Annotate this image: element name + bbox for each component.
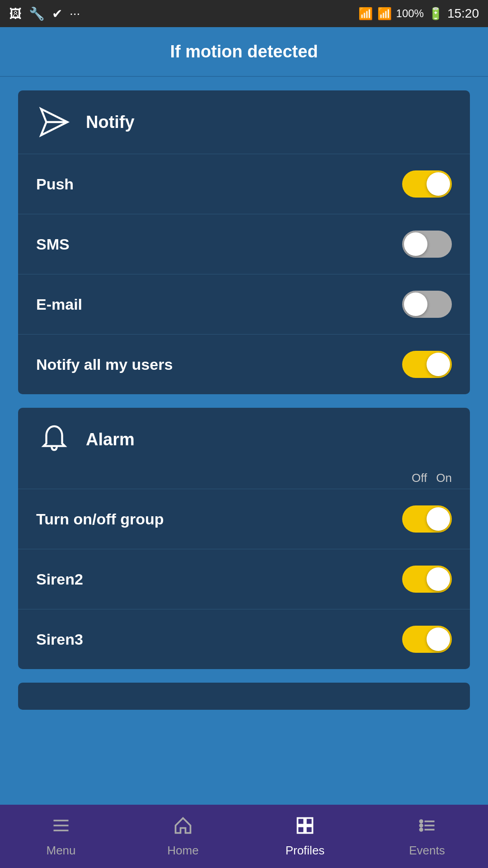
status-time: 15:20 xyxy=(447,6,479,21)
push-toggle-thumb xyxy=(427,172,450,196)
on-label: On xyxy=(436,471,452,485)
nav-menu-label: Menu xyxy=(46,844,75,858)
siren3-label: Siren3 xyxy=(36,631,83,648)
notify-all-users-toggle-thumb xyxy=(427,353,450,376)
email-label: E-mail xyxy=(36,296,82,313)
email-row: E-mail xyxy=(18,274,470,334)
siren2-label: Siren2 xyxy=(36,571,83,588)
alarm-card-header: Alarm xyxy=(18,408,470,471)
notify-all-users-row: Notify all my users xyxy=(18,334,470,394)
tools-icon: 🔧 xyxy=(29,6,45,21)
page-title: If motion detected xyxy=(170,42,318,61)
siren2-row: Siren2 xyxy=(18,549,470,609)
siren3-toggle-thumb xyxy=(427,627,450,651)
partial-card xyxy=(18,683,470,710)
nav-events-label: Events xyxy=(409,844,445,858)
turn-on-off-group-label: Turn on/off group xyxy=(36,510,164,528)
notify-title: Notify xyxy=(86,113,135,132)
sms-toggle[interactable] xyxy=(402,231,452,258)
status-bar: 🖼 🔧 ✔ ··· 📶 📶 100% 🔋 15:20 xyxy=(0,0,488,27)
battery-icon: 🔋 xyxy=(428,7,443,21)
more-icon: ··· xyxy=(70,6,80,21)
status-bar-right: 📶 📶 100% 🔋 15:20 xyxy=(358,6,479,21)
turn-on-off-group-toggle-thumb xyxy=(427,507,450,531)
email-toggle-thumb xyxy=(404,292,427,316)
svg-point-13 xyxy=(420,828,422,831)
turn-on-off-group-row: Turn on/off group xyxy=(18,489,470,549)
alarm-card: Alarm Off On Turn on/off group Siren2 Si… xyxy=(18,408,470,669)
wifi-icon: 📶 xyxy=(358,7,373,21)
siren3-toggle[interactable] xyxy=(402,626,452,653)
notify-all-users-label: Notify all my users xyxy=(36,356,173,373)
nav-item-events[interactable]: Events xyxy=(366,816,488,858)
push-label: Push xyxy=(36,175,74,193)
sms-label: SMS xyxy=(36,236,70,253)
svg-point-9 xyxy=(420,820,422,823)
email-toggle[interactable] xyxy=(402,291,452,318)
nav-item-profiles[interactable]: Profiles xyxy=(244,816,366,858)
menu-icon xyxy=(51,816,71,840)
alarm-off-on-labels: Off On xyxy=(18,471,470,485)
status-bar-left: 🖼 🔧 ✔ ··· xyxy=(9,6,80,21)
paper-plane-icon xyxy=(36,104,72,140)
siren3-row: Siren3 xyxy=(18,609,470,669)
events-icon xyxy=(417,816,437,840)
image-icon: 🖼 xyxy=(9,6,22,21)
main-content: Notify Push SMS E-mail xyxy=(0,77,488,805)
battery-percentage: 100% xyxy=(396,7,424,20)
nav-item-menu[interactable]: Menu xyxy=(0,816,122,858)
nav-item-home[interactable]: Home xyxy=(122,816,244,858)
push-toggle[interactable] xyxy=(402,170,452,198)
svg-rect-6 xyxy=(306,818,313,825)
off-label: Off xyxy=(412,471,427,485)
home-icon xyxy=(173,816,193,840)
svg-rect-7 xyxy=(298,826,305,833)
bottom-nav: Menu Home Profiles xyxy=(0,805,488,868)
check-icon: ✔ xyxy=(52,6,62,21)
sms-toggle-thumb xyxy=(404,232,427,256)
siren2-toggle-thumb xyxy=(427,567,450,591)
nav-profiles-label: Profiles xyxy=(286,844,325,858)
turn-on-off-group-toggle[interactable] xyxy=(402,505,452,533)
nav-home-label: Home xyxy=(167,844,198,858)
app-header: If motion detected xyxy=(0,27,488,77)
sms-row: SMS xyxy=(18,214,470,274)
profiles-icon xyxy=(295,816,315,840)
notify-card-header: Notify xyxy=(18,90,470,154)
notify-card: Notify Push SMS E-mail xyxy=(18,90,470,394)
svg-rect-8 xyxy=(306,826,313,833)
svg-rect-5 xyxy=(298,818,305,825)
siren2-toggle[interactable] xyxy=(402,566,452,593)
push-row: Push xyxy=(18,154,470,214)
bell-icon xyxy=(36,421,72,458)
alarm-title: Alarm xyxy=(86,430,135,449)
notify-all-users-toggle[interactable] xyxy=(402,351,452,378)
svg-point-11 xyxy=(420,824,422,827)
signal-icon: 📶 xyxy=(377,7,392,21)
